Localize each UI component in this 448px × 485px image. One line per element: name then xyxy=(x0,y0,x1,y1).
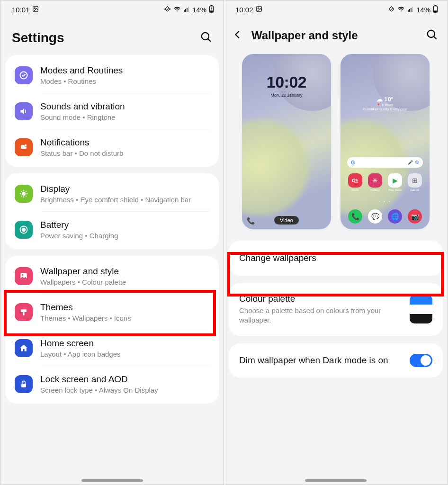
colour-palette-card[interactable]: Colour palette Choose a palette based on… xyxy=(229,283,443,336)
nav-indicator xyxy=(305,479,367,482)
page-title: Wallpaper and style xyxy=(251,29,358,42)
status-time: 10:02 xyxy=(235,6,253,14)
weather-widget: ☁10° 📍 C Block Current air quality is ve… xyxy=(340,96,430,112)
svg-line-23 xyxy=(26,191,27,192)
bell-icon xyxy=(15,138,33,156)
nav-indicator xyxy=(81,479,143,482)
item-subtitle: Themes • Wallpapers • Icons xyxy=(40,314,209,322)
settings-item-display[interactable]: Display Brightness • Eye comfort shield … xyxy=(5,175,219,211)
item-title: Display xyxy=(40,184,209,194)
settings-header: Settings xyxy=(0,16,224,55)
status-bar: 10:02 14% xyxy=(224,0,448,16)
svg-point-10 xyxy=(202,33,209,40)
card-title: Colour palette xyxy=(239,294,403,304)
svg-rect-4 xyxy=(185,9,186,12)
lock-icon xyxy=(15,375,33,393)
settings-item-sounds[interactable]: Sounds and vibration Sound mode • Ringto… xyxy=(5,93,219,129)
svg-point-25 xyxy=(22,228,26,232)
settings-item-battery[interactable]: Battery Power saving • Charging xyxy=(5,211,219,247)
status-bar: 10:01 14% xyxy=(0,0,224,16)
card-title: Change wallpapers xyxy=(239,253,432,263)
item-subtitle: Screen lock type • Always On Display xyxy=(40,386,209,394)
check-circle-icon xyxy=(15,66,33,84)
item-subtitle: Sound mode • Ringtone xyxy=(40,113,209,121)
svg-point-39 xyxy=(428,30,435,37)
wallpaper-style-screen: 10:02 14% Wallpaper and xyxy=(224,0,448,485)
item-title: Lock screen and AOD xyxy=(40,374,209,385)
wifi-icon xyxy=(397,5,405,14)
settings-item-homescreen[interactable]: Home screen Layout • App icon badges xyxy=(5,330,219,366)
vibrate-icon xyxy=(388,6,395,14)
svg-rect-6 xyxy=(188,7,189,11)
wifi-icon xyxy=(173,5,181,14)
svg-line-11 xyxy=(208,39,211,42)
picture-icon xyxy=(32,6,39,14)
item-title: Wallpaper and style xyxy=(40,266,209,277)
svg-line-40 xyxy=(434,36,437,39)
dim-toggle[interactable] xyxy=(410,354,432,367)
settings-group: Wallpaper and style Wallpapers • Colour … xyxy=(5,256,219,404)
dim-wallpaper-card[interactable]: Dim wallpaper when Dark mode is on xyxy=(229,343,443,377)
svg-rect-5 xyxy=(187,8,188,12)
google-search-bar: G 🎤⦿ xyxy=(347,157,423,168)
card-title: Dim wallpaper when Dark mode is on xyxy=(239,354,403,367)
preview-clock: 10:02 xyxy=(242,73,331,91)
settings-item-modes[interactable]: Modes and Routines Modes • Routines xyxy=(5,57,219,93)
svg-point-1 xyxy=(34,8,35,9)
battery-percent: 14% xyxy=(192,6,206,14)
wallpaper-previews: 10:02 Mon, 22 January 📞 Video ☁10° 📍 C B… xyxy=(224,50,448,241)
search-icon[interactable] xyxy=(200,31,212,45)
item-subtitle: Status bar • Do not disturb xyxy=(40,149,209,157)
item-subtitle: Modes • Routines xyxy=(40,77,209,85)
settings-item-themes[interactable]: Themes Themes • Wallpapers • Icons xyxy=(5,294,219,330)
picture-icon xyxy=(15,267,33,285)
svg-point-15 xyxy=(22,192,26,196)
item-subtitle: Layout • App icon badges xyxy=(40,350,209,358)
svg-point-14 xyxy=(25,144,27,146)
video-badge: Video xyxy=(274,216,299,225)
svg-rect-33 xyxy=(409,9,410,12)
signal-icon xyxy=(183,6,190,14)
settings-item-wallpaper[interactable]: Wallpaper and style Wallpapers • Colour … xyxy=(5,258,219,294)
card-subtitle: Choose a palette based on colours from y… xyxy=(239,306,403,325)
item-title: Themes xyxy=(40,302,209,313)
brush-icon xyxy=(15,303,33,321)
battery-icon xyxy=(209,5,214,14)
palette-preview-icon xyxy=(410,295,432,323)
page-title: Settings xyxy=(12,30,64,45)
app-row: 🛍Store ✳Gallery ▶Play Store ⊞Google xyxy=(340,173,430,191)
signal-icon xyxy=(407,6,414,14)
search-icon[interactable] xyxy=(426,28,438,43)
svg-line-20 xyxy=(21,191,22,192)
settings-group: Display Brightness • Eye comfort shield … xyxy=(5,173,219,249)
svg-rect-34 xyxy=(411,8,412,12)
svg-point-30 xyxy=(258,8,259,9)
battery-icon xyxy=(433,5,438,14)
battery-percent: 14% xyxy=(416,6,430,14)
sun-icon xyxy=(15,185,33,203)
svg-rect-38 xyxy=(434,11,437,12)
svg-rect-37 xyxy=(435,5,436,6)
item-title: Battery xyxy=(40,220,209,230)
svg-rect-3 xyxy=(184,10,185,12)
svg-rect-35 xyxy=(412,7,413,11)
speaker-icon xyxy=(15,102,33,120)
battery-icon xyxy=(15,221,33,239)
svg-rect-32 xyxy=(408,10,409,12)
lockscreen-preview[interactable]: 10:02 Mon, 22 January 📞 Video xyxy=(242,54,331,229)
item-subtitle: Power saving • Charging xyxy=(40,232,209,240)
settings-item-lockscreen[interactable]: Lock screen and AOD Screen lock type • A… xyxy=(5,366,219,402)
homescreen-preview[interactable]: ☁10° 📍 C Block Current air quality is ve… xyxy=(340,54,430,229)
item-subtitle: Brightness • Eye comfort shield • Naviga… xyxy=(40,196,209,204)
settings-item-notifications[interactable]: Notifications Status bar • Do not distur… xyxy=(5,129,219,165)
status-time: 10:01 xyxy=(12,6,30,14)
change-wallpapers-card[interactable]: Change wallpapers xyxy=(229,241,443,276)
item-title: Notifications xyxy=(40,137,209,148)
back-button[interactable] xyxy=(233,29,243,42)
svg-rect-28 xyxy=(21,384,26,387)
item-title: Sounds and vibration xyxy=(40,101,209,112)
svg-rect-9 xyxy=(210,11,213,12)
home-icon xyxy=(15,339,33,357)
svg-line-21 xyxy=(26,196,27,197)
svg-rect-8 xyxy=(211,5,212,6)
